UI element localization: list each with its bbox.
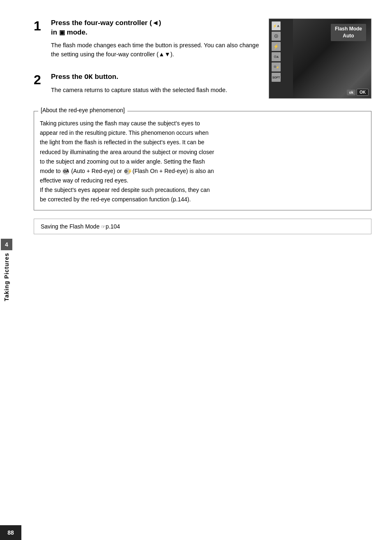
info-body-line4: reduced by illuminating the area around … [40, 149, 214, 155]
flash-mode-label: Flash Mode Auto [331, 24, 366, 41]
icon-auto-redeye: ⊙A [62, 168, 69, 175]
flash-icon-bolt: ⚡ [272, 42, 281, 51]
flash-mode-line1: Flash Mode [335, 25, 362, 32]
saving-note-icon: ☞ [101, 224, 106, 230]
ok-black-label: OK [357, 89, 369, 96]
step1-title: Press the four-way controller (◄)in ▣ mo… [51, 18, 260, 37]
steps-column: 1 Press the four-way controller (◄)in ▣ … [34, 18, 260, 102]
saving-note-part1: Saving the Flash Mode [41, 223, 101, 230]
camera-ok-bar: ok OK [347, 89, 369, 96]
info-body-line3: the light from the flash is reflected in… [40, 139, 204, 145]
step1-block: 1 Press the four-way controller (◄)in ▣ … [34, 18, 260, 59]
left-sidebar: 4 Taking Pictures 88 [0, 0, 21, 540]
step2-title: Press the OK button. [51, 72, 260, 82]
step1-content: Press the four-way controller (◄)in ▣ mo… [51, 18, 260, 59]
chapter-number: 4 [1, 239, 12, 250]
main-content: 1 Press the four-way controller (◄)in ▣ … [21, 0, 392, 540]
flash-icon-on: ☉ [272, 32, 281, 41]
page-container: 4 Taking Pictures 88 1 Press the four-wa… [0, 0, 392, 540]
info-box-title: [About the red-eye phenomenon] [38, 107, 127, 113]
info-body-line9: be corrected by the red-eye compensation… [40, 196, 191, 203]
info-body-line2: appear red in the resulting picture. Thi… [40, 129, 209, 136]
info-body-line6-part2: (Auto + Red-eye) or [69, 168, 123, 174]
step-separator [34, 67, 260, 72]
flash-icon-redeye-on: ☉⚡ [272, 62, 281, 72]
info-box-body: Taking pictures using the flash may caus… [40, 117, 364, 204]
info-body-line1: Taking pictures using the flash may caus… [40, 120, 200, 127]
step2-body: The camera returns to capture status wit… [51, 85, 260, 95]
info-body-line7: effective way of reducing red eyes. [40, 177, 128, 184]
camera-screen-inner: ⚡A ☉ ⚡ ☉A ☉⚡ SOFT Flash Mode Auto [269, 19, 371, 98]
step2-content: Press the OK button. The camera returns … [51, 72, 260, 95]
steps-and-image: 1 Press the four-way controller (◄)in ▣ … [34, 18, 371, 102]
icon-flash-redeye: ⊙⚡ [124, 168, 131, 175]
camera-screen: ⚡A ☉ ⚡ ☉A ☉⚡ SOFT Flash Mode Auto [269, 18, 371, 99]
info-body-line6: mode to ⊙A (Auto + Red-eye) or ⊙⚡ (Flash… [40, 168, 214, 174]
step1-body: The flash mode changes each time the but… [51, 41, 260, 59]
info-body-line5: to the subject and zooming out to a wide… [40, 158, 205, 165]
flash-icon-redeye: ☉A [272, 52, 281, 61]
saving-note-part2: p.104 [106, 223, 120, 230]
info-body-line8: If the subject's eyes appear red despite… [40, 187, 210, 193]
flash-icon-soft: SOFT [272, 73, 281, 82]
step1-title-text: Press the four-way controller (◄)in ▣ mo… [51, 19, 161, 36]
ok-small-label: ok [347, 90, 355, 95]
step2-number: 2 [34, 72, 51, 86]
chapter-label: Taking Pictures [3, 253, 10, 301]
page-number: 88 [0, 525, 21, 540]
flash-mode-line2: Auto [335, 32, 362, 39]
image-column: ⚡A ☉ ⚡ ☉A ☉⚡ SOFT Flash Mode Auto [268, 18, 371, 102]
saving-note-text: Saving the Flash Mode ☞p.104 [41, 223, 120, 230]
step2-title-text: Press the OK button. [51, 73, 118, 81]
info-box: [About the red-eye phenomenon] Taking pi… [34, 111, 371, 210]
step1-number: 1 [34, 18, 51, 32]
step2-block: 2 Press the OK button. The camera return… [34, 72, 260, 95]
info-body-line6-part1: mode to [40, 168, 62, 174]
flash-icons-col: ⚡A ☉ ⚡ ☉A ☉⚡ SOFT [272, 21, 281, 82]
info-body-line6-part3: (Flash On + Red-eye) is also an [131, 168, 214, 174]
flash-icon-auto: ⚡A [272, 21, 281, 30]
chapter-tab: 4 Taking Pictures [0, 239, 13, 301]
saving-note-box: Saving the Flash Mode ☞p.104 [34, 219, 371, 234]
